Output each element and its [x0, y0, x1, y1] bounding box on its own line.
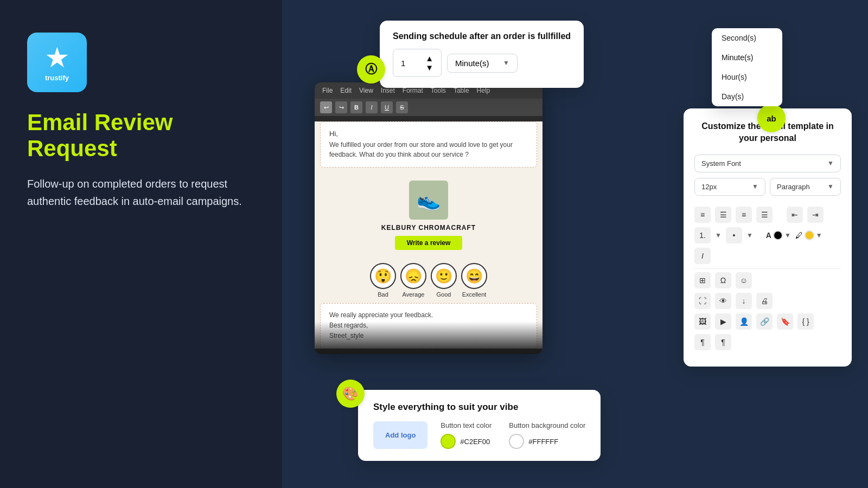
schedule-unit-value: Minute(s)	[455, 59, 489, 68]
emoji-excellent-label: Excellent	[462, 291, 487, 298]
emoji-bad[interactable]: 😲 Bad	[370, 263, 396, 298]
font-dropdown[interactable]: System Font ▼	[694, 155, 841, 172]
email-editor: File Edit View Inset Format Tools Table …	[315, 82, 542, 354]
highlight-color-group[interactable]: 🖊 ▼	[795, 230, 822, 240]
size-label: 12px	[701, 183, 717, 191]
video-icon[interactable]: ▶	[715, 313, 731, 330]
logo-box: ★ trustify	[27, 33, 87, 92]
toolbar-underline[interactable]: U	[381, 101, 393, 113]
badge-a-icon: Ⓐ	[365, 61, 377, 78]
bookmark-icon[interactable]: 🔖	[777, 313, 793, 330]
style-dropdown[interactable]: Paragraph ▼	[770, 178, 841, 196]
italic-btn[interactable]: I	[694, 248, 711, 264]
write-review-button[interactable]: Write a review	[395, 236, 462, 250]
menu-inset[interactable]: Inset	[381, 87, 395, 94]
chevron-down-icon: ▼	[503, 59, 509, 67]
expand-toolbar: ⛶ 👁 ↓ 🖨	[694, 293, 841, 309]
schedule-card: Sending schedule after an order is fullf…	[380, 21, 584, 88]
omega-icon[interactable]: Ω	[715, 272, 731, 288]
image-icon[interactable]: 🖼	[694, 313, 711, 330]
font-color-swatch[interactable]	[773, 230, 783, 240]
chevron-down-icon[interactable]: ▼	[715, 232, 722, 239]
style-card-body: Add logo Button text color #C2EF00 Butto…	[373, 421, 585, 449]
btn-bg-color-swatch-row: #FFFFFF	[509, 434, 585, 449]
font-label: System Font	[701, 159, 741, 168]
add-logo-button[interactable]: Add logo	[373, 421, 427, 449]
menu-tools[interactable]: Tools	[431, 87, 446, 94]
product-emoji: 👟	[417, 189, 441, 211]
color-options: Button text color #C2EF00 Button backgro…	[441, 421, 585, 449]
align-justify-btn[interactable]: ☰	[756, 207, 773, 223]
eye-icon[interactable]: 👁	[715, 293, 731, 309]
chevron-down-icon[interactable]: ▼	[784, 232, 791, 239]
menu-help[interactable]: Help	[477, 87, 490, 94]
dropdown-item-days[interactable]: Day(s)	[712, 87, 782, 106]
indent-right-btn[interactable]: ⇥	[807, 207, 824, 223]
menu-file[interactable]: File	[322, 87, 333, 94]
menu-edit[interactable]: Edit	[340, 87, 352, 94]
btn-bg-color-label: Button background color	[509, 421, 585, 429]
emoji-icon[interactable]: ☺	[736, 272, 752, 288]
chevron-down-icon[interactable]: ▼	[816, 232, 822, 239]
logo-star-icon: ★	[44, 43, 70, 72]
highlight-swatch[interactable]	[805, 230, 814, 240]
dropdown-item-minutes[interactable]: Minute(s)	[712, 48, 782, 67]
email-hi: Hi,	[329, 130, 528, 138]
table-icon[interactable]: ⊞	[694, 272, 711, 288]
menu-view[interactable]: View	[359, 87, 373, 94]
badge-a-circle: Ⓐ	[357, 55, 385, 84]
unordered-list-btn[interactable]: •	[726, 227, 742, 243]
indent-left-btn[interactable]: ⇤	[787, 207, 803, 223]
menu-table[interactable]: Table	[454, 87, 469, 94]
emoji-good-icon: 🙂	[431, 263, 457, 289]
toolbar-undo[interactable]: ↩	[320, 101, 332, 113]
emoji-excellent[interactable]: 😄 Excellent	[461, 263, 487, 298]
schedule-dropdown: Second(s) Minute(s) Hour(s) Day(s)	[712, 28, 782, 106]
emoji-bad-label: Bad	[378, 291, 388, 298]
menu-format[interactable]: Format	[403, 87, 423, 94]
btn-text-color-swatch[interactable]	[441, 434, 456, 449]
product-image: 👟	[409, 181, 448, 220]
badge-ab-circle: ab	[757, 104, 786, 132]
expand-icon[interactable]: ⛶	[694, 293, 711, 309]
toolbar-italic[interactable]: I	[366, 101, 378, 113]
align-left-btn[interactable]: ≡	[694, 207, 711, 223]
style-card-title: Style everything to suit your vibe	[373, 402, 585, 413]
link-icon[interactable]: 🔗	[756, 313, 773, 330]
schedule-number-input[interactable]: 1 ▲▼	[393, 49, 442, 77]
email-text-block[interactable]: Hi, We fulfilled your order from our sto…	[320, 121, 537, 168]
palette-icon: 🎨	[342, 386, 359, 401]
dropdown-item-seconds[interactable]: Second(s)	[712, 28, 782, 48]
align-center-btn[interactable]: ☰	[715, 207, 731, 223]
ltr-icon[interactable]: ¶	[694, 334, 711, 350]
toolbar-strike[interactable]: S	[396, 101, 408, 113]
btn-bg-color-hex: #FFFFFF	[528, 438, 558, 446]
list-color-toolbar: 1. ▼ • ▼ A ▼ 🖊 ▼ I	[694, 227, 841, 264]
chevron-down-icon: ▼	[827, 183, 834, 190]
schedule-arrows[interactable]: ▲▼	[425, 54, 433, 72]
align-right-btn[interactable]: ≡	[736, 207, 752, 223]
dropdown-item-hours[interactable]: Hour(s)	[712, 67, 782, 87]
code-icon[interactable]: { }	[797, 313, 814, 330]
font-color-group[interactable]: A ▼	[766, 230, 791, 240]
btn-bg-color-swatch[interactable]	[509, 434, 524, 449]
size-dropdown[interactable]: 12px ▼	[694, 178, 765, 196]
btn-text-color-label: Button text color	[441, 421, 492, 429]
print-icon[interactable]: 🖨	[756, 293, 773, 309]
toolbar-bold[interactable]: B	[350, 101, 362, 113]
logo-text: trustify	[45, 74, 69, 82]
divider	[694, 268, 841, 269]
email-body-text: We fulfilled your order from our store a…	[329, 140, 528, 159]
emoji-good[interactable]: 🙂 Good	[431, 263, 457, 298]
person-icon[interactable]: 👤	[736, 313, 752, 330]
emoji-average[interactable]: 😞 Average	[400, 263, 426, 298]
rtl-icon[interactable]: ¶	[715, 334, 731, 350]
chevron-down-icon[interactable]: ▼	[746, 232, 753, 239]
badge-ab-icon: ab	[767, 114, 776, 123]
schedule-unit-select[interactable]: Minute(s) ▼	[447, 54, 518, 73]
download-icon[interactable]: ↓	[736, 293, 752, 309]
editor-toolbar: ↩ ↪ B I U S	[315, 99, 542, 116]
toolbar-redo[interactable]: ↪	[335, 101, 347, 113]
ordered-list-btn[interactable]: 1.	[694, 227, 711, 243]
feature-title: Email Review Request	[27, 110, 255, 162]
